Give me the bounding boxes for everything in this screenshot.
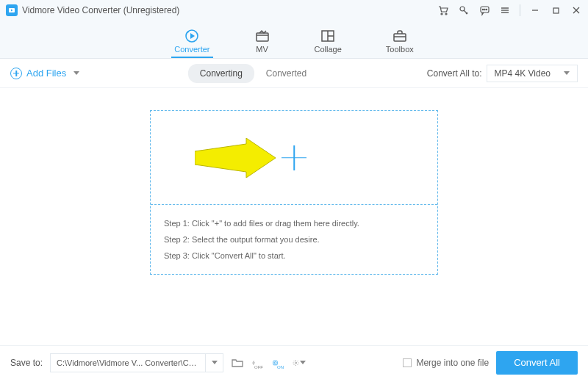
format-select[interactable]: MP4 4K Video [487,65,578,82]
maximize-icon[interactable] [550,4,562,16]
toolbar: Add Files Converting Converted Convert A… [0,59,588,88]
dropzone-add-area[interactable] [151,111,437,205]
save-path-select[interactable]: C:\Vidmore\Vidmore V... Converter\Conver… [50,353,223,372]
hardware-accel-icon[interactable]: OFF [251,356,265,369]
converter-icon [184,29,200,43]
svg-rect-13 [553,8,559,13]
format-selected: MP4 4K Video [495,68,551,79]
step-2: Step 2: Select the output format you des… [164,231,424,248]
app-title: Vidmore Video Converter (Unregistered) [22,5,437,15]
chevron-down-icon [564,71,570,75]
convert-all-to-label: Convert All to: [427,68,482,79]
save-to-label: Save to: [10,358,43,368]
merge-label: Merge into one file [416,358,489,368]
svg-point-3 [445,13,447,15]
minimize-icon[interactable] [529,4,541,16]
svg-point-2 [441,13,442,15]
svg-rect-23 [394,34,406,41]
svg-point-28 [295,361,296,363]
svg-marker-17 [190,33,195,39]
tab-label: Converter [174,45,209,54]
tab-label: Collage [315,45,342,54]
svg-marker-25 [195,138,276,178]
toolbox-icon [392,29,408,43]
seg-converting[interactable]: Converting [188,64,254,83]
save-path: C:\Vidmore\Vidmore V... Converter\Conver… [51,358,205,367]
add-files-label: Add Files [26,68,66,79]
app-logo [6,4,18,16]
dropzone-steps: Step 1: Click "+" to add files or drag t… [151,205,437,274]
tab-converter[interactable]: Converter [174,29,209,58]
convert-all-to: Convert All to: MP4 4K Video [427,65,578,82]
status-segment: Converting Converted [188,64,318,83]
svg-rect-26 [273,361,278,365]
bottombar: Save to: C:\Vidmore\Vidmore V... Convert… [0,345,588,379]
svg-point-6 [482,9,483,10]
convert-all-button[interactable]: Convert All [496,351,578,375]
menu-icon[interactable] [499,4,511,16]
mv-icon [254,29,270,43]
chevron-down-icon [300,361,306,364]
close-icon[interactable] [570,4,582,16]
seg-converted[interactable]: Converted [254,64,318,83]
svg-point-27 [274,361,276,364]
key-icon[interactable] [458,4,470,16]
collage-icon [320,29,336,43]
tab-collage[interactable]: Collage [315,29,342,58]
main-area: Step 1: Click "+" to add files or drag t… [0,88,588,351]
settings-icon[interactable] [293,356,306,369]
dropzone: Step 1: Click "+" to add files or drag t… [150,110,438,275]
step-1: Step 1: Click "+" to add files or drag t… [164,215,424,231]
tab-toolbox[interactable]: Toolbox [386,29,414,58]
cart-icon[interactable] [437,4,449,16]
merge-checkbox[interactable]: Merge into one file [403,358,489,368]
feedback-icon[interactable] [478,4,490,16]
svg-rect-18 [257,33,268,41]
annotation-arrow [195,138,276,178]
checkbox-icon [403,358,412,367]
step-3: Step 3: Click "Convert All" to start. [164,248,424,264]
add-files-button[interactable]: Add Files [10,68,79,79]
plus-icon [282,145,306,170]
save-path-dropdown[interactable] [205,354,223,372]
main-tabs: Converter MV Collage Toolbox [0,21,588,59]
svg-point-7 [484,9,484,10]
open-folder-icon[interactable] [231,356,244,369]
tab-mv[interactable]: MV [254,29,270,58]
tab-label: Toolbox [386,45,414,54]
svg-point-8 [486,9,487,10]
titlebar: Vidmore Video Converter (Unregistered) [0,0,588,21]
tab-label: MV [256,45,268,54]
chevron-down-icon [74,71,79,75]
high-speed-icon[interactable]: ON [272,356,285,369]
chevron-down-icon [212,361,218,364]
plus-circle-icon [10,68,22,79]
